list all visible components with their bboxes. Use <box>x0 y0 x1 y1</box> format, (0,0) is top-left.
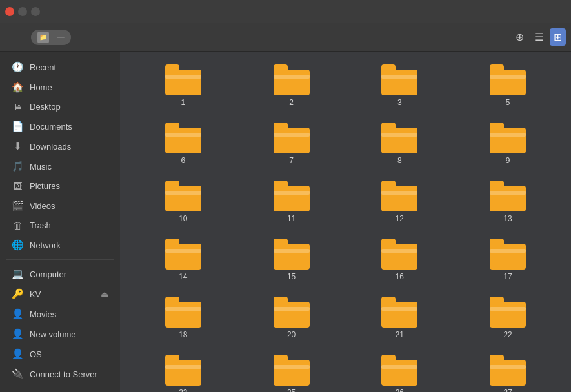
folder-item[interactable]: 20 <box>239 291 345 344</box>
sidebar-item-trash[interactable]: 🗑 Trash <box>3 216 117 235</box>
folder-item[interactable]: 1 <box>130 59 236 112</box>
folder-item[interactable]: 13 <box>455 175 561 228</box>
kv-icon: 🔑 <box>12 288 23 300</box>
forward-button[interactable] <box>18 35 28 40</box>
folder-item[interactable]: 12 <box>347 175 453 228</box>
desktop-icon: 🖥 <box>12 101 23 112</box>
tab-pill[interactable]: 📁 <box>31 30 71 45</box>
tab-count <box>57 37 65 38</box>
sidebar-label-new-volume: New volume <box>30 329 76 339</box>
sidebar-label-network: Network <box>30 240 61 250</box>
folder-stripe <box>274 365 310 369</box>
folder-item[interactable]: 11 <box>239 175 345 228</box>
folder-item[interactable]: 22 <box>455 291 561 344</box>
folder-item[interactable]: 5 <box>455 59 561 112</box>
folder-stripe <box>165 249 201 253</box>
folder-stripe <box>165 133 201 137</box>
folder-icon <box>490 122 526 153</box>
folder-stripe <box>274 133 310 137</box>
folder-item[interactable]: 23 <box>130 349 236 392</box>
folder-item[interactable]: 6 <box>130 117 236 170</box>
folder-label: 12 <box>396 214 404 223</box>
pictures-icon: 🖼 <box>12 181 23 191</box>
folder-body <box>381 302 417 328</box>
sidebar-item-os[interactable]: 👤 OS <box>3 344 117 364</box>
close-button[interactable] <box>5 7 14 16</box>
music-icon: 🎵 <box>12 161 23 172</box>
window-controls <box>5 7 40 16</box>
videos-icon: 🎬 <box>12 200 23 211</box>
folder-label: 26 <box>396 388 404 392</box>
folder-label: 16 <box>396 272 404 281</box>
sidebar-item-pictures[interactable]: 🖼 Pictures <box>3 177 117 195</box>
documents-icon: 📄 <box>12 121 23 132</box>
folder-item[interactable]: 17 <box>455 233 561 286</box>
folder-body <box>165 360 201 386</box>
folder-item[interactable]: 18 <box>130 291 236 344</box>
sidebar-label-trash: Trash <box>30 220 51 230</box>
sidebar-label-music: Music <box>30 162 52 172</box>
folder-item[interactable]: 26 <box>347 349 453 392</box>
sidebar-item-network[interactable]: 🌐 Network <box>3 235 117 255</box>
minimize-button[interactable] <box>18 7 27 16</box>
toolbar-right: ⊕ ☰ ⊞ <box>512 28 566 46</box>
sidebar-item-computer[interactable]: 💻 Computer <box>3 264 117 284</box>
folder-label: 14 <box>179 272 187 281</box>
sidebar-item-downloads[interactable]: ⬇ Downloads <box>3 137 117 156</box>
folder-stripe <box>381 191 417 195</box>
sidebar-divider-1 <box>6 259 114 260</box>
folder-item[interactable]: 25 <box>239 349 345 392</box>
folder-body <box>490 186 526 211</box>
folder-item[interactable]: 10 <box>130 175 236 228</box>
folder-body <box>165 186 201 211</box>
folder-icon <box>274 239 310 270</box>
sidebar: 🕐 Recent 🏠 Home 🖥 Desktop 📄 Documents ⬇ … <box>0 52 120 392</box>
sidebar-item-connect[interactable]: 🔌 Connect to Server <box>3 364 117 384</box>
list-view-button[interactable]: ☰ <box>530 28 547 46</box>
folder-stripe <box>490 249 526 253</box>
sidebar-label-kv: KV <box>30 289 41 299</box>
location-button[interactable]: ⊕ <box>512 28 528 46</box>
folder-label: 13 <box>503 214 512 223</box>
folder-item[interactable]: 21 <box>347 291 453 344</box>
folder-item[interactable]: 27 <box>455 349 561 392</box>
sidebar-item-new-volume[interactable]: 👤 New volume <box>3 324 117 344</box>
folder-icon <box>490 181 526 211</box>
folder-stripe <box>381 307 417 311</box>
sidebar-item-desktop[interactable]: 🖥 Desktop <box>3 97 117 116</box>
sidebar-item-home[interactable]: 🏠 Home <box>3 77 117 97</box>
maximize-button[interactable] <box>31 7 40 16</box>
folder-label: 5 <box>506 98 510 107</box>
folder-body <box>381 244 417 270</box>
back-button[interactable] <box>5 35 15 40</box>
folder-stripe <box>490 307 526 311</box>
eject-icon[interactable]: ⏏ <box>101 289 108 299</box>
folder-item[interactable]: 7 <box>239 117 345 170</box>
folder-stripe <box>381 133 417 137</box>
toolbar: 📁 ⊕ ☰ ⊞ <box>0 23 571 52</box>
sidebar-item-documents[interactable]: 📄 Documents <box>3 117 117 136</box>
grid-view-button[interactable]: ⊞ <box>550 28 566 46</box>
sidebar-item-movies[interactable]: 👤 Movies <box>3 304 117 324</box>
folder-stripe <box>490 365 526 369</box>
folder-label: 15 <box>287 272 296 281</box>
trash-icon: 🗑 <box>12 220 23 231</box>
folder-stripe <box>274 191 310 195</box>
sidebar-item-kv[interactable]: 🔑 KV ⏏ <box>3 284 117 304</box>
folder-item[interactable]: 8 <box>347 117 453 170</box>
folder-item[interactable]: 3 <box>347 59 453 112</box>
sidebar-item-recent[interactable]: 🕐 Recent <box>3 57 117 77</box>
folder-item[interactable]: 9 <box>455 117 561 170</box>
folder-grid: 1 2 3 5 <box>130 59 561 392</box>
folder-item[interactable]: 14 <box>130 233 236 286</box>
folder-stripe <box>274 307 310 311</box>
downloads-icon: ⬇ <box>12 141 23 152</box>
folder-item[interactable]: 2 <box>239 59 345 112</box>
folder-item[interactable]: 16 <box>347 233 453 286</box>
main-layout: 🕐 Recent 🏠 Home 🖥 Desktop 📄 Documents ⬇ … <box>0 52 571 392</box>
folder-item[interactable]: 15 <box>239 233 345 286</box>
home-icon: 🏠 <box>12 81 23 93</box>
sidebar-item-videos[interactable]: 🎬 Videos <box>3 196 117 215</box>
sidebar-item-music[interactable]: 🎵 Music <box>3 157 117 176</box>
movies-icon: 👤 <box>12 308 23 320</box>
